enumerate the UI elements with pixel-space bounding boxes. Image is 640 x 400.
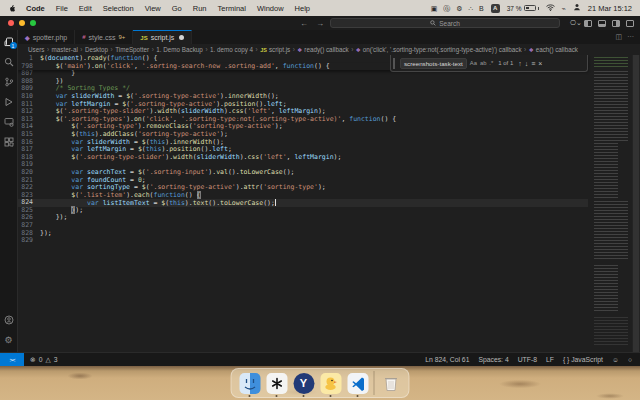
menu-app-name[interactable]: Code — [26, 4, 45, 13]
menubar-app-icon-4[interactable]: ∴ — [469, 5, 473, 12]
find-in-selection-button[interactable]: ≡ — [531, 60, 535, 67]
more-actions-icon[interactable]: ⋯ — [627, 33, 634, 41]
feedback-icon[interactable]: ☺ — [612, 356, 619, 363]
menubar-app-icon-5[interactable]: B — [479, 5, 484, 12]
indentation[interactable]: Spaces: 4 — [478, 356, 508, 363]
breadcrumb-item[interactable]: TimeSpotter — [115, 46, 149, 53]
breadcrumb-item[interactable]: ❖on('click', '.sorting-type:not(.sorting… — [356, 46, 522, 53]
finder-app-icon — [239, 373, 260, 394]
menu-item-terminal[interactable]: Terminal — [218, 4, 246, 13]
menu-item-view[interactable]: View — [145, 4, 161, 13]
breadcrumb-item[interactable]: Users — [28, 46, 44, 53]
editor-scrollbar[interactable] — [632, 55, 640, 352]
code-line[interactable]: 823 $('.list-item').each(function() { — [18, 192, 588, 200]
menu-item-selection[interactable]: Selection — [103, 4, 134, 13]
menu-item-go[interactable]: Go — [172, 4, 182, 13]
breadcrumb-label: Desktop — [85, 46, 108, 53]
breadcrumb-item[interactable]: Desktop — [85, 46, 108, 53]
nav-forward-button[interactable]: → — [316, 19, 324, 28]
account-menu-icon[interactable]: ⎔⌄ — [570, 19, 582, 27]
code-line[interactable]: 818 $('.sorting-type-slider').width(slid… — [18, 154, 588, 162]
code-line[interactable]: 828}); — [18, 230, 588, 238]
tab-script-js[interactable]: JSscript.js — [133, 30, 192, 44]
apple-menu-icon[interactable] — [8, 4, 16, 13]
dock-item-finder[interactable] — [239, 372, 261, 394]
whole-word-toggle[interactable]: ab — [480, 60, 486, 66]
minimize-window-button[interactable] — [19, 20, 25, 26]
match-case-toggle[interactable]: Aa — [470, 60, 477, 66]
breadcrumb-item[interactable]: ❖ready() callback — [297, 46, 348, 53]
code-line[interactable]: 825 }); — [18, 207, 588, 215]
menubar-app-icon-3[interactable]: ⚙ — [456, 5, 462, 12]
wifi-icon[interactable] — [546, 4, 555, 13]
breadcrumb-separator: › — [80, 46, 82, 53]
control-center-icon[interactable]: ⌁ — [562, 5, 566, 12]
warnings-icon[interactable]: △ — [45, 356, 50, 364]
find-next-button[interactable]: ↓ — [525, 60, 529, 67]
settings-gear-icon[interactable]: ⚙ — [2, 332, 16, 348]
code-line[interactable]: 826 }); — [18, 214, 588, 222]
eol-sequence[interactable]: LF — [546, 356, 554, 363]
close-find-button[interactable]: × — [538, 60, 542, 67]
nav-back-button[interactable]: ← — [300, 19, 308, 28]
breadcrumb-item[interactable]: JSscript.js — [260, 46, 290, 53]
input-source-icon[interactable]: A — [491, 4, 500, 13]
tab-spotter-php[interactable]: ◈spotter.php — [18, 30, 75, 44]
menu-item-file[interactable]: File — [56, 4, 68, 13]
toggle-primary-sidebar-icon[interactable] — [584, 20, 592, 27]
dock-item-duck[interactable] — [320, 372, 342, 394]
menu-item-edit[interactable]: Edit — [79, 4, 92, 13]
find-previous-button[interactable]: ↑ — [518, 60, 522, 67]
code-editor[interactable]: 1$(document).ready(function() {798 $('ma… — [18, 55, 640, 352]
close-window-button[interactable] — [8, 20, 14, 26]
breadcrumb-item[interactable]: 1. demo copy 4 — [210, 46, 253, 53]
run-debug-icon[interactable] — [2, 94, 16, 110]
toggle-panel-icon[interactable] — [598, 20, 606, 27]
menubar-clock[interactable]: 21 Mar 15:12 — [588, 4, 632, 13]
language-mode[interactable]: { } JavaScript — [563, 356, 603, 363]
code-line[interactable]: 827 — [18, 222, 588, 230]
minimap[interactable] — [592, 55, 632, 352]
breadcrumb-item[interactable]: ❖each() callback — [529, 46, 578, 53]
warnings-count[interactable]: 3 — [54, 356, 58, 363]
code-text: $('.sorting-type-slider').width(sliderWi… — [40, 154, 588, 162]
errors-count[interactable]: 0 — [39, 356, 43, 363]
find-results-count: 1 of 1 — [498, 60, 513, 66]
dock-item-vscode[interactable] — [347, 372, 369, 394]
css-file-icon: # — [82, 34, 85, 40]
toggle-replace-chevron[interactable] — [393, 58, 396, 69]
user-menu-icon[interactable] — [573, 3, 581, 13]
breadcrumb-item[interactable]: master-al — [52, 46, 78, 53]
regex-toggle[interactable]: .* — [489, 60, 493, 66]
split-editor-icon[interactable]: ◫ — [615, 33, 622, 41]
menu-item-window[interactable]: Window — [257, 4, 284, 13]
battery-indicator[interactable]: 37 % — [507, 5, 539, 12]
account-icon[interactable] — [2, 312, 16, 328]
dock-item-chatgpt[interactable] — [266, 372, 288, 394]
menubar-app-icon-2[interactable]: Ⓖ — [443, 5, 450, 12]
dock-item-y-browser[interactable]: Y — [293, 372, 315, 394]
encoding[interactable]: UTF-8 — [518, 356, 537, 363]
cursor-position[interactable]: Ln 824, Col 61 — [425, 356, 469, 363]
command-center-search[interactable]: Search — [330, 18, 560, 28]
notifications-bell-icon[interactable]: ○ — [628, 356, 632, 363]
extensions-icon[interactable] — [2, 134, 16, 150]
code-line[interactable]: 824 var listItemText = $(this).text().to… — [18, 199, 588, 207]
toggle-secondary-sidebar-icon[interactable] — [612, 20, 620, 27]
menubar-app-icon-1[interactable]: ▣ — [431, 5, 438, 12]
find-input[interactable]: screenshots-task-text — [400, 58, 467, 69]
breadcrumb-item[interactable]: 1. Demo Backup — [156, 46, 203, 53]
tab-style-css[interactable]: #style.css9+ — [75, 30, 133, 44]
errors-icon[interactable]: ⊗ — [30, 356, 36, 364]
search-view-icon[interactable] — [2, 54, 16, 70]
zoom-window-button[interactable] — [30, 20, 36, 26]
source-control-icon[interactable] — [2, 74, 16, 90]
code-line[interactable]: 829 — [18, 237, 588, 245]
menu-item-help[interactable]: Help — [295, 4, 310, 13]
menu-item-run[interactable]: Run — [193, 4, 207, 13]
remote-indicator[interactable]: >< — [0, 353, 24, 366]
explorer-icon[interactable]: 1 — [2, 34, 16, 50]
dock-item-trash[interactable] — [380, 372, 402, 394]
customize-layout-icon[interactable] — [626, 20, 634, 27]
remote-explorer-icon[interactable] — [2, 114, 16, 130]
